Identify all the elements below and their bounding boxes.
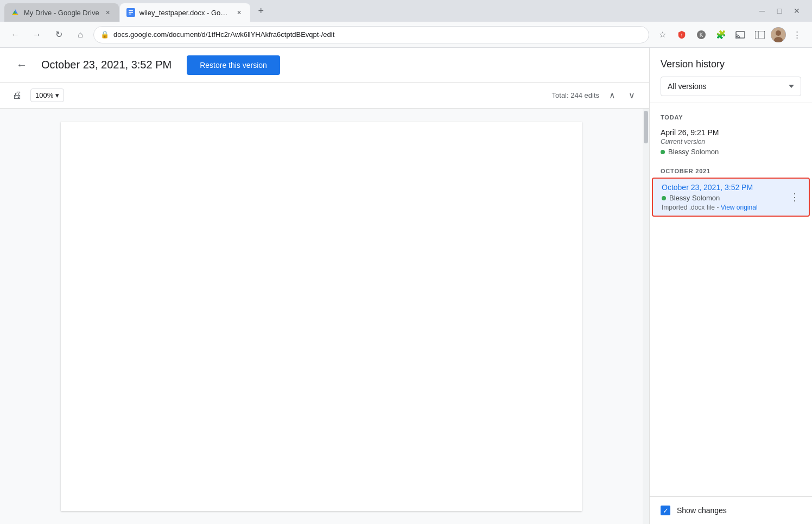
svg-point-13 [776, 30, 781, 36]
view-original-link[interactable]: View original [721, 204, 758, 211]
tab-document[interactable]: wiley_testpaper.docx - Google D ✕ [120, 3, 250, 22]
checkbox-check-icon: ✓ [663, 507, 669, 515]
user-dot-april26 [661, 150, 665, 154]
version-history-panel: Version history All versions Named versi… [649, 48, 812, 524]
today-section-label: TODAY [650, 108, 812, 123]
svg-rect-4 [129, 14, 131, 15]
document-page [61, 122, 582, 511]
version-nav-arrows: ∧ ∨ [604, 87, 640, 104]
version-panel-title: Version history [661, 59, 801, 70]
user-avatar[interactable] [771, 27, 786, 42]
nav-down-button[interactable]: ∨ [623, 87, 640, 104]
show-changes-label[interactable]: Show changes [677, 506, 727, 515]
version-header-bar: ← October 23, 2021, 3:52 PM Restore this… [0, 48, 649, 83]
svg-rect-2 [129, 10, 133, 11]
url-bar[interactable]: 🔒 docs.google.com/document/d/1tfHc2rAwk6… [93, 26, 649, 43]
zoom-value: 100% [35, 91, 53, 99]
tab-close-my-drive[interactable]: ✕ [104, 8, 112, 17]
svg-point-9 [735, 37, 737, 39]
window-controls: ─ □ ✕ [756, 4, 808, 17]
tab-my-drive-label: My Drive - Google Drive [24, 9, 99, 17]
url-text: docs.google.com/document/d/1tfHc2rAwk6ll… [113, 30, 642, 39]
chrome-menu-icon[interactable]: ⋮ [788, 26, 805, 43]
version-item-user-april26: Blessy Solomon [661, 148, 801, 156]
back-to-doc-button[interactable]: ← [13, 56, 30, 74]
version-item-subtitle-april26: Current version [661, 138, 801, 146]
october2021-section-label: OCTOBER 2021 [650, 161, 812, 176]
tab-my-drive[interactable]: My Drive - Google Drive ✕ [4, 3, 119, 22]
minimize-button[interactable]: ─ [756, 4, 769, 17]
zoom-control[interactable]: 100% ▾ [30, 89, 64, 102]
svg-rect-10 [755, 31, 765, 39]
scrollbar[interactable] [643, 109, 649, 524]
restore-version-button[interactable]: Restore this version [187, 55, 280, 75]
user-dot-oct23 [662, 196, 666, 200]
lock-icon: 🔒 [100, 30, 109, 39]
address-bar: ← → ↻ ⌂ 🔒 docs.google.com/document/d/1tf… [0, 22, 812, 48]
version-filter-select[interactable]: All versions Named versions [661, 77, 801, 96]
bookmark-icon[interactable]: ☆ [654, 26, 671, 43]
tab-document-label: wiley_testpaper.docx - Google D [139, 9, 231, 17]
document-area: ← October 23, 2021, 3:52 PM Restore this… [0, 48, 649, 524]
extensions-icon[interactable]: 🧩 [712, 26, 729, 43]
svg-text:!: ! [681, 33, 682, 37]
nav-up-button[interactable]: ∧ [604, 87, 621, 104]
version-item-username-oct23: Blessy Solomon [669, 194, 720, 202]
version-item-oct23[interactable]: October 23, 2021, 3:52 PM Blessy Solomon… [652, 178, 810, 217]
version-more-button[interactable]: ⋮ [787, 190, 802, 205]
version-item-time-oct23: October 23, 2021, 3:52 PM [662, 183, 800, 192]
document-page-area[interactable] [0, 109, 643, 524]
shield-icon[interactable]: ! [673, 26, 690, 43]
docs-favicon-icon [126, 8, 135, 17]
drive-favicon-icon [11, 8, 20, 17]
version-item-user-oct23: Blessy Solomon [662, 194, 800, 202]
version-item-time-april26: April 26, 9:21 PM [661, 128, 801, 137]
version-meta-separator: - [716, 204, 720, 211]
profile-circle-icon[interactable]: K [693, 26, 710, 43]
version-footer: ✓ Show changes [650, 496, 812, 524]
close-button[interactable]: ✕ [790, 4, 803, 17]
reload-button[interactable]: ↻ [50, 26, 67, 43]
version-panel-header: Version history All versions Named versi… [650, 48, 812, 103]
svg-text:K: K [700, 32, 703, 38]
new-tab-button[interactable]: + [253, 3, 269, 18]
sidebar-toggle-icon[interactable] [751, 26, 769, 43]
forward-nav-button[interactable]: → [28, 26, 46, 43]
svg-rect-3 [129, 12, 133, 13]
tab-close-document[interactable]: ✕ [235, 8, 244, 17]
version-meta-text: Imported .docx file [662, 204, 715, 211]
cast-icon[interactable] [732, 26, 749, 43]
version-item-username-april26: Blessy Solomon [668, 148, 719, 156]
home-button[interactable]: ⌂ [72, 26, 89, 43]
total-edits-label: Total: 244 edits [552, 91, 599, 99]
back-nav-button[interactable]: ← [7, 26, 24, 43]
scroll-thumb[interactable] [644, 111, 648, 143]
version-item-meta-oct23: Imported .docx file - View original [662, 204, 800, 211]
version-date-label: October 23, 2021, 3:52 PM [41, 59, 172, 71]
print-icon[interactable]: 🖨 [9, 87, 26, 104]
main-content: ← October 23, 2021, 3:52 PM Restore this… [0, 48, 812, 524]
browser-toolbar-icons: ☆ ! K 🧩 [654, 26, 805, 43]
show-changes-checkbox[interactable]: ✓ [661, 506, 670, 515]
version-item-april26[interactable]: April 26, 9:21 PM Current version Blessy… [650, 123, 812, 161]
tab-bar: My Drive - Google Drive ✕ wiley_testpape… [0, 0, 812, 22]
zoom-dropdown-icon: ▾ [55, 91, 59, 99]
version-list: TODAY April 26, 9:21 PM Current version … [650, 103, 812, 496]
version-filter[interactable]: All versions Named versions [661, 77, 801, 96]
maximize-button[interactable]: □ [773, 4, 786, 17]
document-toolbar: 🖨 100% ▾ Total: 244 edits ∧ ∨ [0, 83, 649, 109]
